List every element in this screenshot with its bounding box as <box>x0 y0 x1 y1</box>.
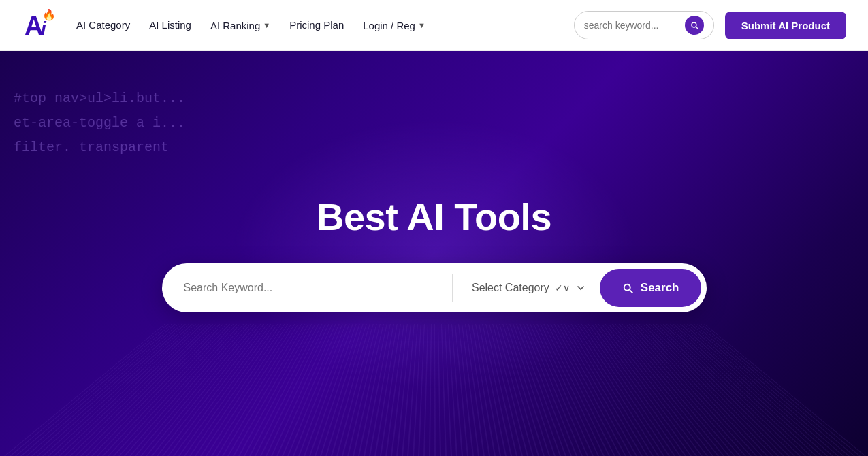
nav-link-ai-listing[interactable]: AI Listing <box>149 19 191 31</box>
chevron-down-icon <box>575 282 586 293</box>
chevron-down-icon: ✓∨ <box>555 282 570 293</box>
hero-category-label: Select Category <box>472 282 549 294</box>
chevron-down-icon: ▼ <box>263 21 270 29</box>
svg-point-3 <box>624 284 630 291</box>
svg-line-4 <box>630 290 632 292</box>
nav-item-ai-ranking[interactable]: AI Ranking ▼ <box>210 20 270 31</box>
hero-content: Best AI Tools Select Category ✓∨ <box>162 195 707 312</box>
hero-search-input[interactable] <box>184 282 447 294</box>
navbar-left: A i 🔥 AI Category AI Listing AI Ranking … <box>22 9 425 42</box>
nav-link-ai-ranking[interactable]: AI Ranking ▼ <box>210 20 270 31</box>
nav-link-pricing-plan[interactable]: Pricing Plan <box>289 19 344 31</box>
nav-link-login-reg[interactable]: Login / Reg ▼ <box>363 20 425 31</box>
search-divider <box>452 274 453 302</box>
search-icon <box>622 282 634 294</box>
nav-item-login-reg[interactable]: Login / Reg ▼ <box>363 20 425 31</box>
navbar-right: Submit AI Product <box>574 11 846 39</box>
hero-search-panel: Select Category ✓∨ Search <box>162 263 707 312</box>
hero-search-button[interactable]: Search <box>600 269 701 307</box>
nav-link-ai-category[interactable]: AI Category <box>76 19 130 31</box>
logo[interactable]: A i 🔥 <box>22 9 54 42</box>
navbar: A i 🔥 AI Category AI Listing AI Ranking … <box>0 0 868 51</box>
navbar-search-input[interactable] <box>584 20 679 31</box>
navbar-search-bar <box>574 11 714 39</box>
svg-text:🔥: 🔥 <box>42 9 54 21</box>
search-icon <box>690 20 699 30</box>
navbar-search-button[interactable] <box>685 16 704 35</box>
hero-category-select[interactable]: Select Category ✓∨ <box>458 282 600 294</box>
hero-search-button-label: Search <box>641 281 679 295</box>
svg-text:i: i <box>41 18 47 39</box>
hero-title: Best AI Tools <box>317 195 551 239</box>
nav-item-ai-listing[interactable]: AI Listing <box>149 19 191 31</box>
nav-item-ai-category[interactable]: AI Category <box>76 19 130 31</box>
submit-ai-product-button[interactable]: Submit AI Product <box>725 12 846 39</box>
nav-item-pricing-plan[interactable]: Pricing Plan <box>289 19 344 31</box>
hero-section: Best AI Tools Select Category ✓∨ <box>0 51 868 456</box>
nav-links: AI Category AI Listing AI Ranking ▼ Pric… <box>76 19 425 31</box>
chevron-down-icon: ▼ <box>418 21 425 29</box>
